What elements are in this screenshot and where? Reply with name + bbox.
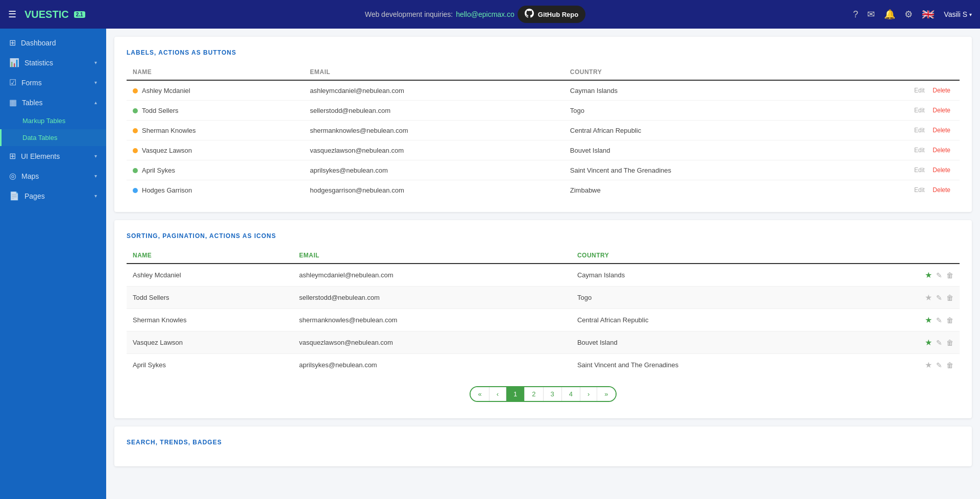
- statistics-arrow-icon: ▾: [94, 60, 97, 65]
- cell-country: Saint Vincent and The Grenadines: [564, 160, 831, 180]
- sidebar-item-pages[interactable]: 📄 Pages ▾: [0, 186, 106, 206]
- topnav-right: ? ✉ 🔔 ⚙ 🇬🇧 Vasili S ▾: [853, 8, 972, 20]
- sidebar-item-label: Statistics: [24, 59, 53, 67]
- sidebar-item-dashboard[interactable]: ⊞ Dashboard: [0, 33, 106, 53]
- page-next-btn[interactable]: ›: [580, 387, 597, 401]
- trash-icon[interactable]: 🗑: [946, 316, 953, 324]
- cell-actions: Edit Delete: [831, 160, 960, 180]
- icon-actions: ★ ✎ 🗑: [863, 315, 953, 325]
- delete-button[interactable]: Delete: [929, 185, 953, 195]
- mail-icon[interactable]: ✉: [867, 9, 875, 20]
- bell-icon[interactable]: 🔔: [884, 9, 895, 20]
- star-icon[interactable]: ★: [925, 270, 932, 280]
- hamburger-icon[interactable]: ☰: [8, 9, 16, 20]
- pencil-icon[interactable]: ✎: [936, 316, 942, 324]
- cell-email: aprilsykes@nebulean.com: [293, 354, 571, 376]
- col-actions-1: [831, 64, 960, 80]
- col-name-1: NAME: [127, 64, 304, 80]
- star-icon[interactable]: ★: [925, 293, 932, 302]
- icon-actions: ★ ✎ 🗑: [863, 360, 953, 370]
- star-icon[interactable]: ★: [925, 360, 932, 370]
- dashboard-icon: ⊞: [9, 38, 16, 47]
- pencil-icon[interactable]: ✎: [936, 294, 942, 302]
- edit-button[interactable]: Edit: [911, 146, 928, 155]
- table-row: Hodges Garrison hodgesgarrison@nebulean.…: [127, 180, 960, 200]
- user-chevron-icon: ▾: [969, 12, 972, 17]
- forms-icon: ☑: [9, 78, 16, 87]
- cell-country: Central African Republic: [571, 309, 857, 331]
- flag-icon[interactable]: 🇬🇧: [922, 8, 935, 20]
- col-actions-2: [857, 248, 960, 264]
- sidebar-item-data-tables[interactable]: Data Tables: [0, 129, 106, 146]
- edit-button[interactable]: Edit: [911, 86, 928, 95]
- trash-icon[interactable]: 🗑: [946, 339, 953, 347]
- trash-icon[interactable]: 🗑: [946, 294, 953, 302]
- icon-actions: ★ ✎ 🗑: [863, 293, 953, 302]
- delete-button[interactable]: Delete: [929, 126, 953, 135]
- star-icon[interactable]: ★: [925, 315, 932, 325]
- cell-name: Ashley Mcdaniel: [127, 264, 293, 287]
- cell-email: sellerstodd@nebulean.com: [304, 101, 564, 121]
- cell-actions: Edit Delete: [831, 140, 960, 160]
- help-icon[interactable]: ?: [853, 9, 858, 20]
- section2-title: SORTING, PAGINATION, ACTIONS AS ICONS: [127, 232, 960, 240]
- edit-button[interactable]: Edit: [911, 165, 928, 175]
- gear-icon[interactable]: ⚙: [904, 9, 913, 20]
- github-icon: [525, 9, 534, 20]
- sidebar-item-statistics[interactable]: 📊 Statistics ▾: [0, 53, 106, 73]
- user-menu[interactable]: Vasili S ▾: [944, 10, 972, 18]
- edit-button[interactable]: Edit: [911, 185, 928, 195]
- cell-country: Saint Vincent and The Grenadines: [571, 354, 857, 376]
- delete-button[interactable]: Delete: [929, 86, 953, 95]
- sidebar-item-markup-tables[interactable]: Markup Tables: [0, 112, 106, 129]
- edit-button[interactable]: Edit: [911, 126, 928, 135]
- cell-actions: Edit Delete: [831, 80, 960, 101]
- page-2-btn[interactable]: 2: [525, 387, 543, 401]
- pages-arrow-icon: ▾: [94, 193, 97, 199]
- inquiry-email[interactable]: hello@epicmax.co: [456, 10, 514, 18]
- page-prev-btn[interactable]: ‹: [489, 387, 506, 401]
- page-1-btn[interactable]: 1: [506, 387, 525, 401]
- card-labels-actions: LABELS, ACTIONS AS BUTTONS NAME EMAIL CO…: [114, 37, 972, 212]
- page-first-btn[interactable]: «: [471, 387, 489, 401]
- delete-button[interactable]: Delete: [929, 165, 953, 175]
- cell-name: Vasquez Lawson: [127, 331, 293, 354]
- page-4-btn[interactable]: 4: [562, 387, 580, 401]
- tables-arrow-icon: ▴: [94, 100, 97, 105]
- cell-name: Ashley Mcdaniel: [127, 80, 304, 101]
- tables-icon: ▦: [9, 98, 17, 107]
- user-label: Vasili S: [944, 10, 967, 18]
- sidebar-item-maps[interactable]: ◎ Maps ▾: [0, 166, 106, 186]
- cell-email: hodgesgarrison@nebulean.com: [304, 180, 564, 200]
- trash-icon[interactable]: 🗑: [946, 361, 953, 369]
- card-sorting-pagination: SORTING, PAGINATION, ACTIONS AS ICONS NA…: [114, 220, 972, 418]
- sidebar-item-forms[interactable]: ☑ Forms ▾: [0, 73, 106, 92]
- cell-country: Togo: [564, 101, 831, 121]
- sidebar-item-tables[interactable]: ▦ Tables ▴: [0, 92, 106, 112]
- sidebar-item-label: Forms: [21, 79, 42, 87]
- ui-elements-icon: ⊞: [9, 151, 16, 161]
- cell-country: Cayman Islands: [564, 80, 831, 101]
- pencil-icon[interactable]: ✎: [936, 271, 942, 279]
- forms-arrow-icon: ▾: [94, 80, 97, 85]
- topnav: ☰ VUESTIC2.1 Web development inquiries: …: [0, 0, 980, 29]
- star-icon[interactable]: ★: [925, 338, 932, 347]
- logo-version: 2.1: [74, 11, 85, 18]
- pencil-icon[interactable]: ✎: [936, 339, 942, 347]
- cell-actions: Edit Delete: [831, 121, 960, 140]
- page-last-btn[interactable]: »: [597, 387, 615, 401]
- trash-icon[interactable]: 🗑: [946, 271, 953, 279]
- edit-button[interactable]: Edit: [911, 106, 928, 115]
- sidebar-item-ui-elements[interactable]: ⊞ UI Elements ▾: [0, 146, 106, 166]
- delete-button[interactable]: Delete: [929, 146, 953, 155]
- page-3-btn[interactable]: 3: [544, 387, 562, 401]
- markup-tables-label: Markup Tables: [22, 117, 65, 125]
- sidebar-item-label: Dashboard: [21, 39, 56, 47]
- cell-actions: ★ ✎ 🗑: [857, 309, 960, 331]
- topnav-center: Web development inquiries: hello@epicmax…: [97, 6, 853, 23]
- github-button[interactable]: GitHub Repo: [518, 6, 585, 23]
- logo-text: VUESTIC: [24, 9, 69, 20]
- delete-button[interactable]: Delete: [929, 106, 953, 115]
- cell-country: Bouvet Island: [571, 331, 857, 354]
- pencil-icon[interactable]: ✎: [936, 361, 942, 369]
